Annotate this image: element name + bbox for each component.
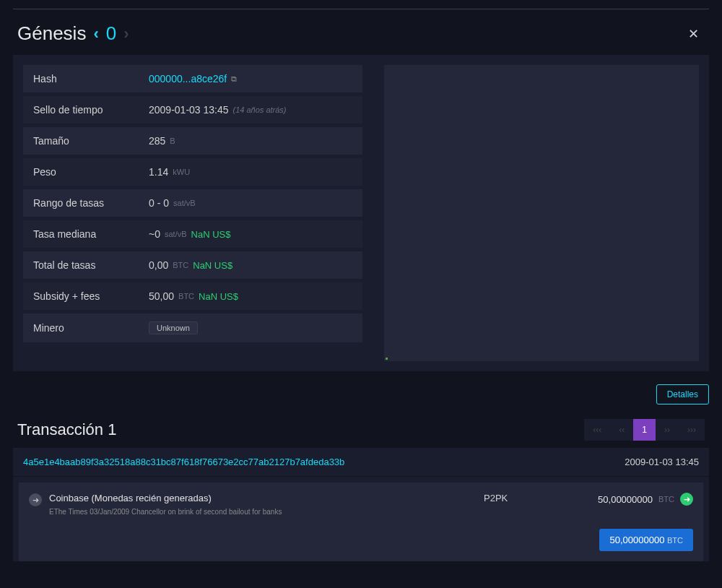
- medianfee-value: ~0: [149, 228, 160, 240]
- totalfees-value: 0,00: [149, 259, 168, 271]
- tx-input-label: Coinbase (Monedas recién generadas): [49, 493, 477, 503]
- row-hash: Hash 000000...a8ce26f ⧉: [23, 65, 362, 92]
- prev-block-arrow[interactable]: ‹: [93, 25, 98, 43]
- page-last: ›››: [679, 419, 705, 441]
- page-prev: ‹‹: [610, 419, 633, 441]
- transactions-title: Transacción 1: [17, 420, 116, 439]
- details-button[interactable]: Detalles: [656, 384, 709, 405]
- block-header: Génesis ‹ 0 › ✕: [0, 9, 722, 55]
- block-details-table: Hash 000000...a8ce26f ⧉ Sello de tiempo …: [23, 65, 362, 361]
- subsidy-usd: NaN US$: [199, 291, 238, 302]
- row-subsidy: Subsidy + fees 50,00 BTC NaN US$: [23, 282, 362, 310]
- totalfees-usd: NaN US$: [193, 260, 232, 271]
- viz-tx-dot: [386, 358, 388, 360]
- row-medianfee: Tasa mediana ~0 sat/vB NaN US$: [23, 220, 362, 248]
- medianfee-usd: NaN US$: [191, 229, 231, 240]
- page-next: ››: [656, 419, 679, 441]
- row-totalfees: Total de tasas 0,00 BTC NaN US$: [23, 251, 362, 279]
- tx-output-type: P2PK: [484, 493, 542, 503]
- block-visualization[interactable]: [384, 65, 699, 361]
- page-title: Génesis: [17, 22, 86, 45]
- output-arrow-icon[interactable]: ➜: [680, 493, 693, 506]
- miner-badge[interactable]: Unknown: [149, 321, 198, 334]
- row-feerange: Rango de tasas 0 - 0 sat/vB: [23, 189, 362, 217]
- tx-timestamp: 2009-01-03 13:45: [625, 457, 699, 467]
- page-current[interactable]: 1: [633, 419, 656, 441]
- close-icon[interactable]: ✕: [682, 23, 705, 45]
- timestamp-value: 2009-01-03 13:45: [149, 104, 229, 116]
- tx-coinbase-message: EThe Times 03/Jan/2009 Chancellor on bri…: [49, 508, 477, 516]
- arrow-right-icon: ➜: [29, 493, 42, 506]
- tx-output-amount: 50,00000000: [598, 494, 653, 505]
- feerange-value: 0 - 0: [149, 197, 169, 209]
- row-timestamp: Sello de tiempo 2009-01-03 13:45 (14 año…: [23, 96, 362, 124]
- block-number[interactable]: 0: [106, 22, 116, 45]
- page-first: ‹‹‹: [584, 419, 610, 441]
- subsidy-value: 50,00: [149, 290, 174, 302]
- row-size: Tamaño 285 B: [23, 127, 362, 155]
- copy-icon[interactable]: ⧉: [231, 74, 237, 84]
- hash-link[interactable]: 000000...a8ce26f: [149, 73, 227, 85]
- pagination: ‹‹‹ ‹‹ 1 ›› ›››: [584, 419, 705, 441]
- tx-hash-link[interactable]: 4a5e1e4baab89f3a32518a88c31bc87f618f7667…: [23, 457, 344, 467]
- next-block-arrow: ›: [123, 25, 129, 43]
- row-miner: Minero Unknown: [23, 314, 362, 342]
- block-details-card: Hash 000000...a8ce26f ⧉ Sello de tiempo …: [13, 55, 709, 371]
- size-value: 285: [149, 135, 165, 147]
- transaction-card: 4a5e1e4baab89f3a32518a88c31bc87f618f7667…: [13, 448, 709, 561]
- row-weight: Peso 1.14 kWU: [23, 158, 362, 186]
- tx-total-amount-button[interactable]: 50,00000000 BTC: [599, 529, 693, 551]
- weight-value: 1.14: [149, 166, 168, 178]
- timestamp-relative: (14 años atrás): [233, 105, 287, 114]
